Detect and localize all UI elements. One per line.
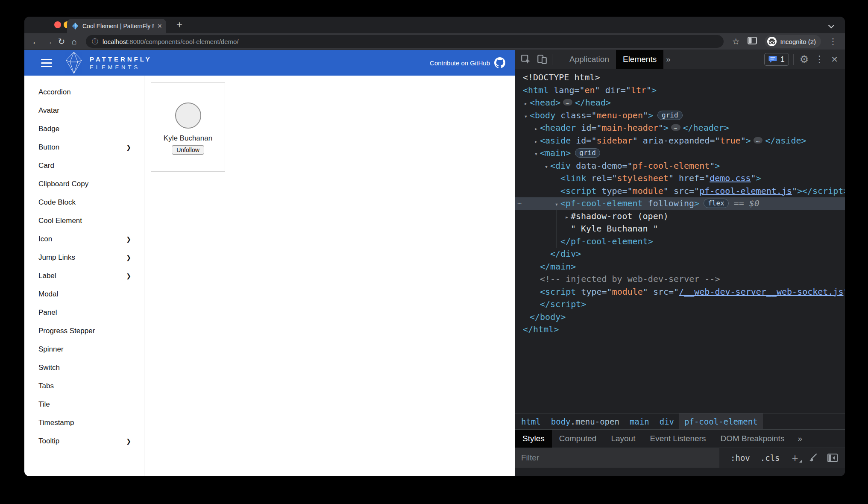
back-button[interactable]: ← — [29, 37, 42, 47]
dom-tree-line-7[interactable]: ▾<div data-demo="pf-cool-element"> — [515, 160, 845, 173]
code-token: <div — [550, 161, 571, 171]
breadcrumb-body[interactable]: body.menu-open — [546, 413, 625, 429]
sidebar-item-tile[interactable]: Tile — [24, 395, 144, 413]
bookmark-star-icon[interactable]: ☆ — [732, 36, 740, 47]
devtools-close-icon[interactable]: ✕ — [831, 54, 838, 64]
browser-menu-icon[interactable]: ⋮ — [829, 36, 837, 47]
side-panel-icon[interactable] — [748, 37, 757, 46]
dom-tree-line-4[interactable]: ▸<header id="main-header">…</header> — [515, 122, 845, 135]
sidebar-item-card[interactable]: Card — [24, 156, 144, 175]
dom-tree-line-8[interactable]: <link rel="stylesheet" href="demo.css"> — [515, 172, 845, 185]
sidebar-item-accordion[interactable]: Accordion — [24, 83, 144, 101]
breadcrumb-main[interactable]: main — [625, 413, 654, 429]
tab-computed[interactable]: Computed — [552, 430, 604, 448]
sidebar-item-badge[interactable]: Badge — [24, 120, 144, 138]
brush-icon[interactable] — [808, 453, 818, 463]
sidebar-item-tabs[interactable]: Tabs — [24, 377, 144, 395]
chevron-right-icon[interactable]: ❯ — [126, 236, 131, 243]
tree-disclosure-icon[interactable]: ▸ — [522, 97, 530, 110]
sidebar-item-label[interactable]: Label❯ — [24, 267, 144, 285]
chevron-right-icon[interactable]: ❯ — [126, 144, 131, 151]
devtools-menu-icon[interactable]: ⋮ — [815, 54, 824, 65]
tree-disclosure-icon[interactable]: ▸ — [532, 135, 540, 148]
unfollow-button[interactable]: Unfollow — [172, 145, 204, 155]
contribute-github-link[interactable]: Contribute on GitHub — [430, 57, 505, 68]
sidebar-item-tooltip[interactable]: Tooltip❯ — [24, 432, 144, 450]
tab-dom-breakpoints[interactable]: DOM Breakpoints — [713, 430, 792, 448]
sidebar-item-label: Icon — [38, 235, 52, 243]
sidebar-item-progress-stepper[interactable]: Progress Stepper — [24, 322, 144, 340]
dom-tree-line-11[interactable]: ▸#shadow-root (open) — [515, 210, 845, 223]
home-button[interactable]: ⌂ — [68, 37, 81, 47]
issues-badge[interactable]: 1 — [764, 53, 789, 66]
sidebar-item-panel[interactable]: Panel — [24, 303, 144, 322]
sidebar-item-cool-element[interactable]: Cool Element — [24, 211, 144, 230]
sidebar-item-jump-links[interactable]: Jump Links❯ — [24, 248, 144, 267]
chevron-right-icon[interactable]: ❯ — [126, 254, 131, 261]
tab-event-listeners[interactable]: Event Listeners — [642, 430, 713, 448]
tree-disclosure-icon[interactable]: ▾ — [553, 198, 560, 211]
url-bar[interactable]: ⓘ localhost:8000/components/cool-element… — [86, 35, 724, 48]
breadcrumb-div[interactable]: div — [654, 413, 679, 429]
dom-tree-line-3[interactable]: ▾<body class="menu-open">grid — [515, 109, 845, 122]
tree-disclosure-icon[interactable]: ▾ — [522, 110, 530, 123]
computed-sidebar-toggle-icon[interactable] — [827, 454, 838, 462]
tab-search-chevron-icon[interactable] — [828, 23, 835, 30]
forward-button[interactable]: → — [42, 37, 55, 47]
toggle-element-state-button[interactable]: :hov — [730, 453, 750, 463]
sidebar-item-spinner[interactable]: Spinner — [24, 340, 144, 358]
tab-layout[interactable]: Layout — [604, 430, 642, 448]
dom-tree-line-6[interactable]: ▾<main>grid — [515, 147, 845, 160]
dom-tree-line-13[interactable]: </pf-cool-element> — [515, 235, 845, 248]
tab-application[interactable]: Application — [563, 50, 616, 69]
close-window-button[interactable] — [54, 21, 61, 28]
sidebar-item-modal[interactable]: Modal — [24, 285, 144, 303]
tab-styles[interactable]: Styles — [515, 430, 552, 448]
tab-elements[interactable]: Elements — [616, 50, 663, 69]
sidebar-item-code-block[interactable]: Code Block — [24, 193, 144, 211]
sidebar-item-switch[interactable]: Switch — [24, 358, 144, 377]
sidebar-item-timestamp[interactable]: Timestamp — [24, 413, 144, 432]
dom-tree-line-14[interactable]: </div> — [515, 248, 845, 261]
dom-tree-line-19[interactable]: </body> — [515, 311, 845, 324]
dom-tree-line-16[interactable]: <!-- injected by web-dev-server --> — [515, 273, 845, 286]
dom-tree-line-9[interactable]: <script type="module" src="pf-cool-eleme… — [515, 185, 845, 198]
breadcrumb-pf-cool-element[interactable]: pf-cool-element — [679, 413, 763, 429]
browser-tab[interactable]: Cool Element | PatternFly Elem × — [67, 19, 166, 33]
inspect-element-icon[interactable] — [520, 54, 531, 65]
device-toolbar-icon[interactable] — [537, 54, 548, 65]
dom-tree-line-10[interactable]: ⋯▾<pf-cool-element following>flex == $0 — [515, 197, 845, 210]
dom-tree-line-1[interactable]: <html lang="en" dir="ltr"> — [515, 84, 845, 97]
more-panels-icon[interactable]: » — [666, 55, 671, 64]
more-styles-tabs-icon[interactable]: » — [798, 430, 802, 448]
sidebar-item-button[interactable]: Button❯ — [24, 138, 144, 156]
site-info-icon[interactable]: ⓘ — [92, 38, 98, 46]
tree-disclosure-icon[interactable]: ▸ — [532, 123, 540, 135]
dom-tree-line-5[interactable]: ▸<aside id="sidebar" aria-expanded="true… — [515, 135, 845, 147]
tree-disclosure-icon[interactable]: ▸ — [563, 211, 571, 224]
sidebar-item-icon[interactable]: Icon❯ — [24, 230, 144, 248]
sidebar-item-avatar[interactable]: Avatar — [24, 101, 144, 120]
reload-button[interactable]: ↻ — [55, 36, 68, 47]
new-style-rule-button[interactable]: + — [792, 452, 798, 463]
menu-toggle-button[interactable] — [41, 59, 52, 67]
new-tab-button[interactable]: + — [173, 19, 185, 31]
dom-tree-line-12[interactable]: " Kyle Buchanan " — [515, 223, 845, 235]
chevron-right-icon[interactable]: ❯ — [126, 273, 131, 279]
toggle-class-button[interactable]: .cls — [760, 453, 780, 463]
style-filter-input[interactable] — [515, 448, 719, 468]
dom-tree-line-15[interactable]: </main> — [515, 261, 845, 273]
settings-gear-icon[interactable]: ⚙ — [800, 53, 809, 65]
sidebar-item-clipboard-copy[interactable]: Clipboard Copy — [24, 175, 144, 193]
tab-close-icon[interactable]: × — [157, 22, 162, 30]
tree-disclosure-icon[interactable]: ▾ — [532, 148, 540, 161]
code-token: <script — [540, 287, 576, 297]
breadcrumb-html[interactable]: html — [516, 413, 546, 429]
dom-tree-line-20[interactable]: </html> — [515, 323, 845, 336]
dom-tree-line-18[interactable]: </script> — [515, 298, 845, 311]
dom-tree-line-0[interactable]: <!DOCTYPE html> — [515, 71, 845, 84]
dom-tree-line-2[interactable]: ▸<head>…</head> — [515, 97, 845, 109]
chevron-right-icon[interactable]: ❯ — [126, 438, 131, 445]
tree-disclosure-icon[interactable]: ▾ — [542, 161, 550, 173]
dom-tree-line-17[interactable]: <script type="module" src="/__web-dev-se… — [515, 286, 845, 299]
